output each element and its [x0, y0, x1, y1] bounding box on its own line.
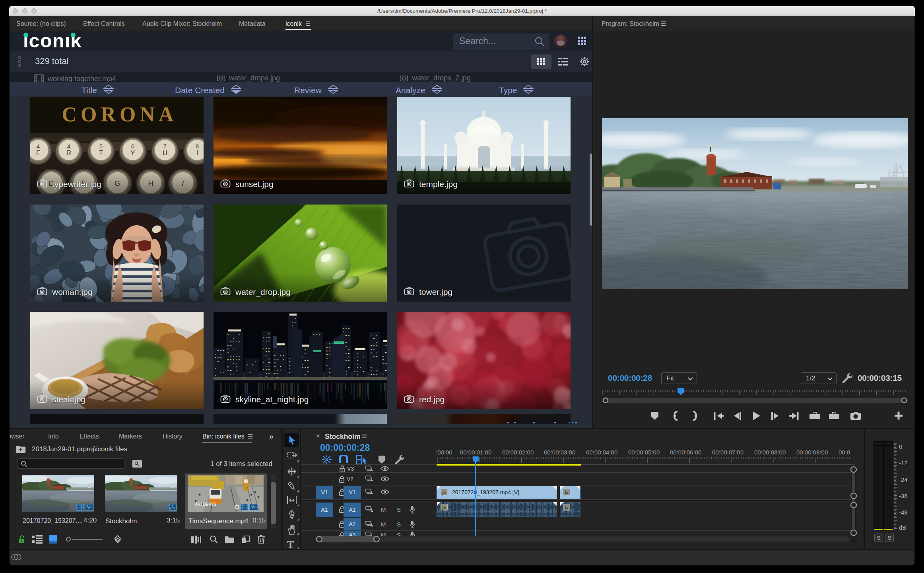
svg-text:6: 6 [131, 143, 134, 150]
svg-text:7: 7 [163, 143, 167, 150]
svg-text:Y: Y [130, 149, 135, 157]
svg-text:ARTBEATS: ARTBEATS [195, 502, 216, 507]
svg-text:8: 8 [196, 143, 199, 150]
svg-text:U: U [163, 149, 167, 157]
svg-text:F: F [36, 149, 40, 157]
svg-text:R: R [66, 149, 71, 157]
svg-text:5: 5 [99, 143, 103, 150]
svg-text:4: 4 [67, 143, 70, 150]
svg-text:I: I [196, 149, 198, 157]
svg-text:CORONA: CORONA [62, 103, 177, 126]
svg-text:T: T [99, 149, 103, 157]
svg-text:4: 4 [37, 143, 40, 150]
